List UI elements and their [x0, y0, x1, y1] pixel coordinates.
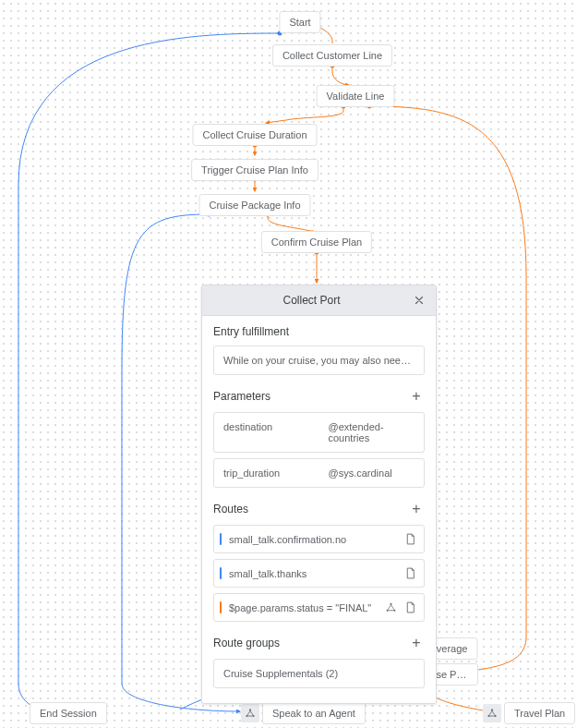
node-label: Travel Plan	[514, 708, 565, 719]
entry-fulfillment-item[interactable]: While on your cruise, you may also need …	[213, 346, 425, 375]
node-cruise-package-info[interactable]: Cruise Package Info	[198, 194, 310, 216]
node-label: Validate Line	[327, 91, 385, 102]
route-color-bar	[220, 601, 222, 613]
route-color-bar	[220, 533, 222, 545]
parameter-row[interactable]: destination @extended-countries	[213, 412, 425, 453]
page-icon	[404, 567, 416, 579]
node-label: End Session	[40, 708, 97, 719]
svg-point-27	[393, 610, 395, 612]
panel-header: Collect Port	[202, 285, 436, 316]
route-row[interactable]: $page.params.status = "FINAL"	[213, 593, 425, 622]
route-color-bar	[220, 567, 222, 579]
svg-point-25	[390, 603, 391, 605]
add-parameter-button[interactable]: +	[408, 388, 425, 405]
node-label: Trigger Cruise Plan Info	[201, 164, 308, 176]
routes-section: Routes + small_talk.confirmation.no smal…	[213, 501, 425, 622]
parameters-section: Parameters + destination @extended-count…	[213, 388, 425, 488]
route-group-item[interactable]: Cruise Supplementals (2)	[213, 659, 425, 688]
route-groups-section: Route groups + Cruise Supplementals (2)	[213, 635, 425, 688]
route-row[interactable]: small_talk.confirmation.no	[213, 525, 425, 553]
svg-point-24	[494, 715, 496, 717]
section-title: Entry fulfillment	[213, 325, 289, 338]
node-label: Confirm Cruise Plan	[271, 237, 362, 248]
route-label: $page.params.status = "FINAL"	[229, 602, 378, 613]
entry-fulfillment-text: While on your cruise, you may also need …	[223, 355, 425, 366]
page-icon	[404, 533, 416, 545]
webhook-icon	[241, 704, 259, 722]
webhook-icon	[483, 704, 501, 722]
panel-title: Collect Port	[211, 294, 412, 307]
node-label: Collect Customer Line	[282, 50, 382, 61]
close-icon[interactable]	[412, 293, 427, 308]
node-validate-line[interactable]: Validate Line	[317, 85, 395, 107]
node-confirm-cruise-plan[interactable]: Confirm Cruise Plan	[261, 231, 372, 253]
page-detail-panel: Collect Port Entry fulfillment While on …	[201, 285, 437, 704]
node-label: Cruise Package Info	[209, 200, 300, 211]
node-collect-cruise-duration[interactable]: Collect Cruise Duration	[192, 124, 317, 146]
route-row[interactable]: small_talk.thanks	[213, 559, 425, 588]
node-speak-to-agent[interactable]: Speak to an Agent	[262, 702, 366, 724]
svg-point-20	[246, 715, 247, 717]
route-group-label: Cruise Supplementals (2)	[223, 668, 338, 679]
svg-point-23	[487, 715, 489, 717]
svg-point-21	[252, 715, 254, 717]
svg-point-22	[491, 709, 493, 710]
section-title: Route groups	[213, 637, 280, 649]
parameter-name: destination	[214, 413, 319, 452]
webhook-icon	[385, 601, 397, 613]
add-route-group-button[interactable]: +	[408, 635, 425, 651]
node-trigger-cruise-plan-info[interactable]: Trigger Cruise Plan Info	[191, 159, 319, 181]
section-title: Parameters	[213, 390, 270, 403]
node-label: Start	[289, 17, 310, 28]
route-label: small_talk.confirmation.no	[229, 534, 397, 545]
node-end-session[interactable]: End Session	[30, 702, 107, 724]
entry-fulfillment-section: Entry fulfillment While on your cruise, …	[213, 325, 425, 375]
parameter-entity: @sys.cardinal	[319, 459, 425, 487]
parameter-entity: @extended-countries	[319, 413, 425, 452]
section-title: Routes	[213, 503, 248, 516]
add-route-button[interactable]: +	[408, 501, 425, 517]
parameter-row[interactable]: trip_duration @sys.cardinal	[213, 458, 425, 488]
svg-point-19	[249, 709, 251, 710]
node-start[interactable]: Start	[279, 11, 320, 33]
node-label: Collect Cruise Duration	[202, 129, 307, 140]
route-label: small_talk.thanks	[229, 568, 397, 579]
svg-point-26	[387, 610, 389, 612]
node-collect-customer-line[interactable]: Collect Customer Line	[272, 44, 392, 67]
page-icon	[404, 601, 416, 613]
parameter-name: trip_duration	[214, 459, 319, 487]
node-label: Speak to an Agent	[272, 708, 355, 719]
node-travel-plan[interactable]: Travel Plan	[504, 702, 575, 724]
